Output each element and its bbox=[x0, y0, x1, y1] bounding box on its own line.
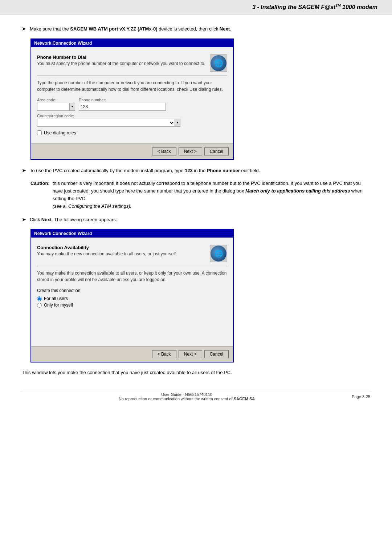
wizard1-next-button[interactable]: Next > bbox=[179, 147, 202, 155]
wizard-content-2: You may make this connection available t… bbox=[37, 270, 227, 283]
wizard-icon-inner-1: 🌐 bbox=[211, 55, 226, 71]
phone-number-input[interactable] bbox=[79, 103, 166, 111]
radio-for-all-users[interactable] bbox=[37, 296, 42, 301]
footer-left: User Guide - N56815740110 No reproductio… bbox=[22, 392, 352, 401]
wizard-section-desc-2: You may make the new connection availabl… bbox=[37, 251, 206, 256]
wizard-section-title-area-1: Phone Number to Dial You must specify th… bbox=[37, 54, 206, 66]
footer-paragraph: This window lets you make the connection… bbox=[22, 370, 370, 375]
bullet-arrow-1: ➤ bbox=[22, 26, 26, 32]
wizard-section-header-2: Connection Availability You may make the… bbox=[37, 242, 227, 266]
caution-text: this number is very important! It does n… bbox=[53, 180, 370, 210]
caution-label: Caution: bbox=[30, 180, 50, 210]
footer-no-repro: No reproduction or communication without… bbox=[22, 397, 352, 401]
header-title: 3 - Installing the SAGEM F@stTM 1000 mod… bbox=[252, 4, 377, 10]
wizard-content-1: Type the phone number of the computer or… bbox=[37, 80, 227, 93]
footer-right: Page 3-25 bbox=[352, 394, 370, 399]
wizard-section-title-2: Connection Availability bbox=[37, 245, 206, 250]
caution-block: Caution: this number is very important! … bbox=[30, 180, 370, 210]
country-region-label: Country/region code: bbox=[37, 114, 227, 118]
wizard-dialog-2: Network Connection Wizard Connection Ava… bbox=[30, 229, 234, 362]
bullet-item-1: ➤ Make sure that the SAGEM WB ATM port v… bbox=[22, 25, 370, 33]
wizard-icon-1: 🌐 bbox=[210, 54, 227, 72]
bullet-item-2: ➤ To use the PVC created automatically b… bbox=[22, 167, 370, 174]
bullet-text-1: Make sure that the SAGEM WB ATM port vX.… bbox=[30, 25, 370, 33]
wizard-icon-2: 🌐 bbox=[210, 245, 227, 262]
wizard-section-header-1: Phone Number to Dial You must specify th… bbox=[37, 52, 227, 76]
phone-number-label: Phone number: bbox=[79, 98, 227, 102]
bullet-arrow-3: ➤ bbox=[22, 216, 26, 222]
wizard-body-1: Phone Number to Dial You must specify th… bbox=[31, 47, 233, 140]
country-region-wrapper: ▼ bbox=[37, 119, 227, 127]
wizard-title-bar-2: Network Connection Wizard bbox=[31, 230, 233, 238]
country-region-select[interactable] bbox=[37, 119, 175, 127]
area-code-group: Area code: ▼ bbox=[37, 98, 75, 111]
wizard-section-desc-1: You must specify the phone number of the… bbox=[37, 61, 206, 66]
use-dialing-rules-label[interactable]: Use dialing rules bbox=[44, 130, 76, 135]
radio-only-myself-label[interactable]: Only for myself bbox=[44, 303, 73, 308]
area-phone-row: Area code: ▼ Phone number: bbox=[37, 98, 227, 111]
country-region-area: Country/region code: ▼ bbox=[37, 114, 227, 127]
area-code-input[interactable] bbox=[37, 103, 70, 111]
wizard-footer-1: < Back Next > Cancel bbox=[31, 143, 233, 159]
wizard2-cancel-button[interactable]: Cancel bbox=[204, 350, 229, 358]
wizard-section-title-area-2: Connection Availability You may make the… bbox=[37, 245, 206, 256]
radio-only-myself-row: Only for myself bbox=[37, 303, 227, 308]
wizard1-back-button[interactable]: < Back bbox=[152, 147, 176, 155]
wizard-section-title-1: Phone Number to Dial bbox=[37, 54, 206, 60]
page-footer: User Guide - N56815740110 No reproductio… bbox=[22, 390, 370, 401]
wizard-footer-2: < Back Next > Cancel bbox=[31, 346, 233, 362]
radio-for-all-users-row: For all users bbox=[37, 296, 227, 301]
area-code-label: Area code: bbox=[37, 98, 75, 102]
country-select-arrow[interactable]: ▼ bbox=[175, 119, 180, 127]
wizard-body-2: Connection Availability You may make the… bbox=[31, 238, 233, 343]
wizard-title-bar-1: Network Connection Wizard bbox=[31, 39, 233, 47]
use-dialing-rules-row: Use dialing rules bbox=[37, 130, 227, 135]
wizard-dialog-1: Network Connection Wizard Phone Number t… bbox=[30, 39, 234, 160]
phone-number-group: Phone number: bbox=[79, 98, 227, 111]
create-connection-label: Create this connection: bbox=[37, 288, 227, 293]
wizard2-back-button[interactable]: < Back bbox=[152, 350, 176, 358]
area-code-dropdown-arrow[interactable]: ▼ bbox=[69, 103, 75, 111]
bullet-arrow-2: ➤ bbox=[22, 167, 26, 173]
wizard2-next-button[interactable]: Next > bbox=[179, 350, 202, 358]
radio-for-all-users-label[interactable]: For all users bbox=[44, 296, 68, 301]
wizard-icon-inner-2: 🌐 bbox=[211, 246, 226, 262]
radio-only-myself[interactable] bbox=[37, 303, 42, 308]
page-header: 3 - Installing the SAGEM F@stTM 1000 mod… bbox=[0, 0, 392, 15]
use-dialing-rules-checkbox[interactable] bbox=[37, 130, 42, 135]
area-input-wrapper: ▼ bbox=[37, 103, 75, 111]
bullet-text-2: To use the PVC created automatically by … bbox=[30, 167, 370, 174]
bullet-item-3: ➤ Click Next. The following screen appea… bbox=[22, 216, 370, 223]
bullet-text-3: Click Next. The following screen appears… bbox=[30, 216, 370, 223]
wizard1-cancel-button[interactable]: Cancel bbox=[204, 147, 229, 155]
connection-form-area: Create this connection: For all users On… bbox=[37, 288, 227, 308]
